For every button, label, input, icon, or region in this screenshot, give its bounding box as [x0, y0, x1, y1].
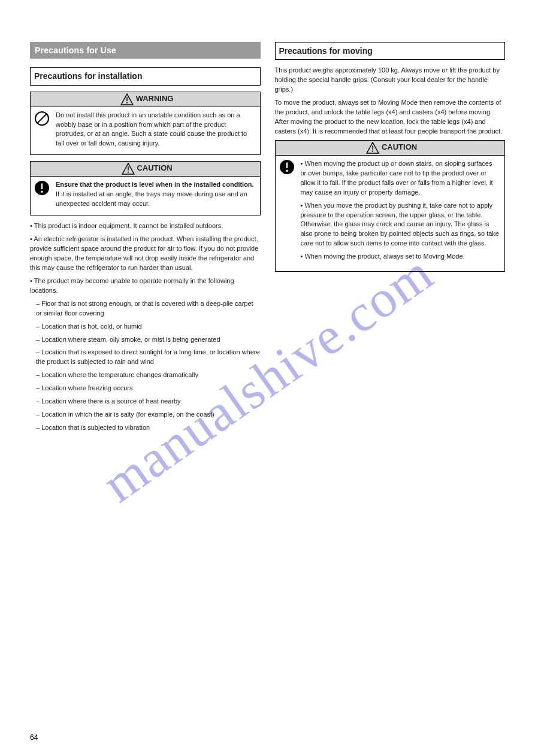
caution-header-right: CAUTION [276, 141, 505, 156]
note-7: – Location where the temperature changes… [30, 371, 261, 380]
mandatory-icon-right [279, 159, 296, 265]
subheading-installation: Precautions for installation [30, 67, 261, 85]
warning-header: WARNING [31, 92, 260, 107]
note-8: – Location where freezing occurs [30, 384, 261, 393]
subheading-moving: Precautions for moving [275, 42, 506, 60]
note-6: – Location that is exposed to direct sun… [30, 348, 261, 367]
svg-line-4 [38, 114, 47, 123]
moving-para-1: To move the product, always set to Movin… [275, 98, 506, 136]
page-content: Precautions for Use Precautions for inst… [0, 0, 535, 460]
section-title: Precautions for Use [30, 42, 261, 59]
svg-point-7 [128, 172, 129, 173]
caution-label-left: CAUTION [137, 164, 172, 173]
page-number: 64 [30, 733, 38, 742]
right-column: Precautions for moving This product weig… [275, 42, 506, 436]
note-4: – Location that is hot, cold, or humid [30, 322, 261, 332]
note-5: – Location where steam, oily smoke, or m… [30, 335, 261, 345]
warning-text: Do not install this product in an unstab… [56, 111, 255, 149]
note-0: • This product is indoor equipment. It c… [30, 221, 261, 231]
warning-triangle-icon [120, 93, 134, 105]
note-11: – Location that is subjected to vibratio… [30, 423, 261, 433]
note-3: – Floor that is not strong enough, or th… [30, 299, 261, 318]
caution-header-left: CAUTION [31, 162, 260, 177]
svg-point-10 [41, 191, 43, 193]
caution-item-2: • When moving the product, always set to… [301, 252, 500, 262]
caution-triangle-icon-right [366, 142, 379, 154]
left-column: Precautions for Use Precautions for inst… [30, 42, 261, 436]
caution-item-0: • When moving the product up or down sta… [301, 159, 500, 198]
caution-label-right: CAUTION [382, 142, 417, 151]
notes-block: • This product is indoor equipment. It c… [30, 221, 261, 433]
prohibition-icon [34, 111, 51, 149]
note-10: – Location in which the air is salty (fo… [30, 410, 261, 420]
note-9: – Location where there is a source of he… [30, 397, 261, 406]
caution-box-left: CAUTION Ensure that the product is level… [30, 161, 261, 215]
svg-point-13 [372, 150, 373, 151]
caution-item-1: • When you move the product by pushing i… [301, 201, 500, 249]
note-1: • An electric refrigerator is installed … [30, 235, 261, 273]
caution-box-right: CAUTION • When moving the product up or … [275, 140, 506, 272]
caution-lead-left: Ensure that the product is level when in… [56, 180, 255, 190]
note-2: • The product may become unable to opera… [30, 277, 261, 296]
warning-label: WARNING [136, 94, 174, 103]
mandatory-icon-left [34, 180, 51, 209]
caution-triangle-icon [122, 163, 135, 175]
caution-text-left: If it is installed at an angle, the tray… [56, 190, 255, 209]
svg-point-16 [286, 169, 288, 171]
svg-point-2 [126, 102, 128, 103]
warning-box: WARNING Do not install this product in a… [30, 92, 261, 156]
moving-para-0: This product weighs approximately 100 kg… [275, 66, 506, 95]
